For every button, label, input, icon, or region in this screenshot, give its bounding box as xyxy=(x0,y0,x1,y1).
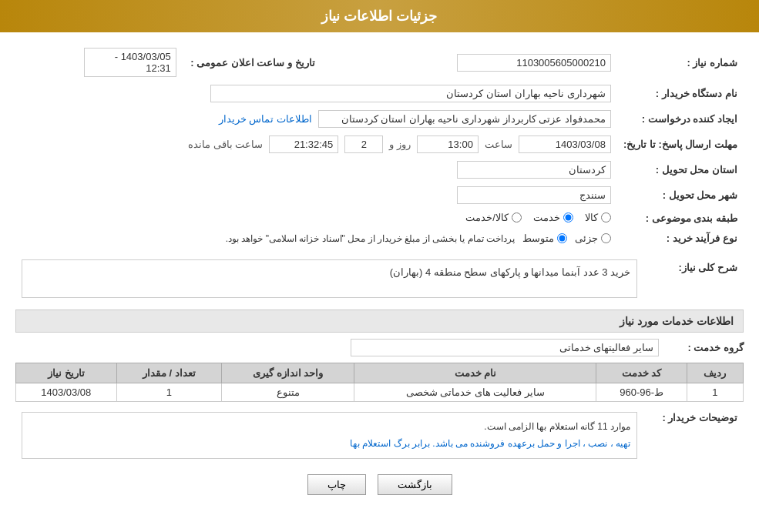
info-table: شماره نیاز : 1103005605000210 تاریخ و سا… xyxy=(15,44,744,248)
radio-motavasset: متوسط xyxy=(522,233,567,244)
col-header-4: تعداد / مقدار xyxy=(116,363,222,383)
col-header-1: کد خدمت xyxy=(596,363,687,383)
remaining-label: ساعت باقی مانده xyxy=(188,139,263,150)
announce-box: 1403/03/05 - 12:31 xyxy=(84,48,176,77)
radio-jozvi: جزئی xyxy=(575,233,611,244)
table-cell-0: 1 xyxy=(687,383,743,402)
creator-label: ایجاد کننده درخواست : xyxy=(617,106,744,132)
purchase-type-label: نوع فرآیند خرید : xyxy=(617,229,744,248)
table-cell-5: 1403/03/08 xyxy=(16,383,117,402)
category-label: طبقه بندی موضوعی : xyxy=(617,208,744,229)
page-title: جزئیات اطلاعات نیاز xyxy=(15,8,744,25)
need-desc-text: خرید 3 عدد آبنما میدانها و پارکهای سطح م… xyxy=(390,266,630,278)
buyer-org-label: نام دستگاه خریدار : xyxy=(617,81,744,106)
deadline-label: مهلت ارسال پاسخ: تا تاریخ: xyxy=(617,132,744,157)
creator-box: محمدفواد عزتی کاربرداز شهرداری ناحیه بها… xyxy=(318,110,611,128)
buyer-notes-table: توضیحات خریدار : موارد 11 گانه استعلام ب… xyxy=(15,408,744,463)
city-value: سنندج xyxy=(15,182,617,208)
notes-line2: تهیه ، نصب ، اجرا و حمل برعهده فروشنده م… xyxy=(29,436,630,453)
need-desc-table: شرح کلی نیاز: خرید 3 عدد آبنما میدانها و… xyxy=(15,256,744,302)
back-button[interactable]: بازگشت xyxy=(378,474,452,495)
contact-link[interactable]: اطلاعات تماس خریدار xyxy=(219,113,312,125)
radio-khadamat-input[interactable] xyxy=(563,212,573,223)
buyer-notes-cell: موارد 11 گانه استعلام بها الزامی است. ته… xyxy=(15,408,643,463)
need-desc-cell: خرید 3 عدد آبنما میدانها و پارکهای سطح م… xyxy=(15,256,643,302)
radio-kala: کالا xyxy=(585,212,611,223)
province-box: کردستان xyxy=(457,161,611,179)
radio-khadamat-label: خدمت xyxy=(533,212,560,223)
category-group: کالا خدمت کالا/خدمت xyxy=(15,208,617,229)
table-cell-1: ط-96-960 xyxy=(596,383,687,402)
radio-kala-khadamat: کالا/خدمت xyxy=(465,212,522,223)
need-number-value: 1103005605000210 xyxy=(352,44,617,81)
service-group-row: گروه خدمت : سایر فعالیتهای خدماتی xyxy=(15,339,744,356)
table-cell-3: متنوع xyxy=(222,383,354,402)
announce-label: تاریخ و ساعت اعلان عمومی : xyxy=(183,44,321,81)
buyer-notes-box: موارد 11 گانه استعلام بها الزامی است. ته… xyxy=(22,412,637,459)
buyer-notes-label: توضیحات خریدار : xyxy=(643,408,744,463)
services-section-header: اطلاعات خدمات مورد نیاز xyxy=(15,309,744,333)
radio-motavasset-input[interactable] xyxy=(557,233,567,243)
table-row: 1ط-96-960سایر فعالیت های خدماتی شخصیمتنو… xyxy=(16,383,744,402)
need-number-label: شماره نیاز : xyxy=(617,44,744,81)
service-group-label: گروه خدمت : xyxy=(667,342,744,353)
announce-value: 1403/03/05 - 12:31 xyxy=(15,44,183,81)
col-header-3: واحد اندازه گیری xyxy=(222,363,354,383)
table-cell-2: سایر فعالیت های خدماتی شخصی xyxy=(354,383,596,402)
province-value: کردستان xyxy=(15,157,617,182)
radio-kala-khadamat-label: کالا/خدمت xyxy=(465,212,509,223)
radio-khadamat: خدمت xyxy=(533,212,573,223)
radio-kala-input[interactable] xyxy=(601,212,611,223)
purchase-desc: پرداخت تمام یا بخشی از مبلغ خریدار از مح… xyxy=(226,233,515,244)
col-header-2: نام خدمت xyxy=(354,363,596,383)
service-group-box: سایر فعالیتهای خدماتی xyxy=(351,339,659,356)
need-desc-box: خرید 3 عدد آبنما میدانها و پارکهای سطح م… xyxy=(22,259,637,298)
radio-jozvi-label: جزئی xyxy=(575,233,598,244)
col-header-5: تاریخ نیاز xyxy=(16,363,117,383)
city-label: شهر محل تحویل : xyxy=(617,182,744,208)
buyer-org-box: شهرداری ناحیه بهاران استان کردستان xyxy=(210,85,611,102)
province-label: استان محل تحویل : xyxy=(617,157,744,182)
buttons-row: بازگشت چاپ xyxy=(15,474,744,495)
main-content: شماره نیاز : 1103005605000210 تاریخ و سا… xyxy=(0,32,759,518)
radio-motavasset-label: متوسط xyxy=(522,233,554,244)
radio-jozvi-input[interactable] xyxy=(601,233,611,243)
print-button[interactable]: چاپ xyxy=(307,474,366,495)
creator-value: محمدفواد عزتی کاربرداز شهرداری ناحیه بها… xyxy=(15,106,617,132)
city-box: سنندج xyxy=(457,186,611,204)
page-container: جزئیات اطلاعات نیاز شماره نیاز : 1103005… xyxy=(0,0,759,532)
radio-kala-khadamat-input[interactable] xyxy=(512,212,522,223)
table-cell-4: 1 xyxy=(116,383,222,402)
header-bar: جزئیات اطلاعات نیاز xyxy=(0,0,759,32)
time-label: ساعت xyxy=(485,139,512,150)
deadline-time-box: 13:00 xyxy=(417,136,479,153)
notes-line1: موارد 11 گانه استعلام بها الزامی است. xyxy=(29,419,630,436)
purchase-type-row: جزئی متوسط پرداخت تمام یا بخشی از مبلغ خ… xyxy=(15,229,617,248)
days-label: روز و xyxy=(389,139,411,150)
deadline-row: 1403/03/08 ساعت 13:00 روز و 2 21:32:45 س… xyxy=(15,132,617,157)
radio-kala-label: کالا xyxy=(585,212,598,223)
need-number-box: 1103005605000210 xyxy=(457,54,611,72)
col-header-0: ردیف xyxy=(687,363,743,383)
deadline-date-box: 1403/03/08 xyxy=(519,136,611,153)
services-table: ردیفکد خدمتنام خدمتواحد اندازه گیریتعداد… xyxy=(15,363,744,402)
need-desc-label: شرح کلی نیاز: xyxy=(643,256,744,302)
deadline-remaining-box: 21:32:45 xyxy=(269,136,338,153)
deadline-days-box: 2 xyxy=(344,136,383,153)
buyer-org-value: شهرداری ناحیه بهاران استان کردستان xyxy=(15,81,617,106)
